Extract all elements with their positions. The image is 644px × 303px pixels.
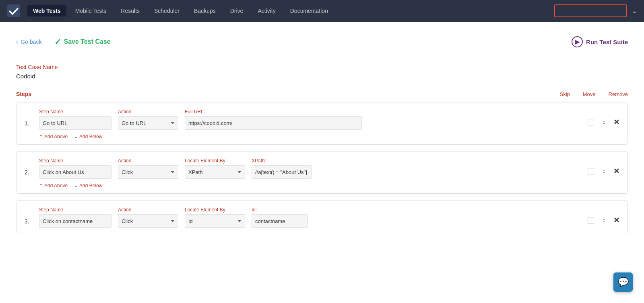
step-1-skip-checkbox[interactable] xyxy=(588,119,594,125)
step-1-action-select[interactable]: Go to URL Click Type xyxy=(118,116,178,130)
step-2-remove-icon[interactable]: ✕ xyxy=(613,167,619,176)
step-1-url-input[interactable] xyxy=(185,116,362,130)
step-2-xpath-label: XPath: xyxy=(252,158,312,164)
step-2-add-above[interactable]: ⌃ Add Above xyxy=(39,183,68,188)
step-1-url-label: Full URL: xyxy=(185,109,362,115)
step-1-fields: 1. Step Name: Action: Go to URL Click Ty… xyxy=(25,109,619,130)
step-2-action-label: Action: xyxy=(118,158,178,164)
step-2-action-select[interactable]: Click Go to URL Type xyxy=(118,165,178,179)
step-1-add-row: ⌃ Add Above ⌄ Add Below xyxy=(39,134,619,139)
step-card-1: 1. Step Name: Action: Go to URL Click Ty… xyxy=(16,102,628,145)
test-case-name-label: Test Case Name xyxy=(16,64,628,70)
test-case-name-value: Codoid xyxy=(16,73,628,80)
step-3-action-label: Action: xyxy=(118,207,178,213)
step-3-number: 3. xyxy=(25,218,33,228)
step-2-locate-select[interactable]: XPath Id CSS xyxy=(185,165,245,179)
nav-chevron-icon[interactable]: ⌄ xyxy=(632,6,638,15)
steps-label: Steps xyxy=(16,91,31,97)
step-1-name-group: Step Name: xyxy=(39,109,111,130)
chat-icon: 💬 xyxy=(618,277,629,287)
step-1-action-label: Action: xyxy=(118,109,178,115)
step-2-move-icon[interactable]: ↕ xyxy=(602,168,605,175)
step-3-controls: ↕ ✕ xyxy=(588,216,619,228)
step-1-url-group: Full URL: xyxy=(185,109,362,130)
nav-scheduler[interactable]: Scheduler xyxy=(149,5,185,16)
main-content: ‹ Go back ✓ Save Test Case ▶ Run Test Su… xyxy=(0,22,644,303)
check-icon: ✓ xyxy=(54,37,61,47)
steps-actions: Skip Move Remove xyxy=(559,91,628,97)
step-3-action-group: Action: Click Go to URL Type xyxy=(118,207,178,228)
step-3-name-label: Step Name: xyxy=(39,207,111,213)
step-1-add-below[interactable]: ⌄ Add Below xyxy=(74,134,102,139)
step-3-id-label: Id: xyxy=(252,207,308,213)
chat-button[interactable]: 💬 xyxy=(613,272,633,292)
nav-activity[interactable]: Activity xyxy=(252,5,281,16)
steps-header: Steps Skip Move Remove xyxy=(16,91,628,97)
step-1-add-above[interactable]: ⌃ Add Above xyxy=(39,134,68,139)
nav-mobile-tests[interactable]: Mobile Tests xyxy=(70,5,112,16)
test-case-section: Test Case Name Codoid xyxy=(16,64,628,80)
step-1-remove-icon[interactable]: ✕ xyxy=(613,118,619,127)
step-3-locate-label: Locate Element By: xyxy=(185,207,245,213)
chevron-left-icon: ‹ xyxy=(16,38,18,45)
step-1-name-label: Step Name: xyxy=(39,109,111,115)
step-3-id-group: Id: xyxy=(252,207,308,228)
step-2-number: 2. xyxy=(25,169,33,179)
step-3-remove-icon[interactable]: ✕ xyxy=(613,216,619,225)
step-2-skip-checkbox[interactable] xyxy=(588,168,594,174)
step-2-add-row: ⌃ Add Above ⌄ Add Below xyxy=(39,183,619,188)
chevron-up-icon: ⌃ xyxy=(39,134,43,139)
chevron-up-icon: ⌃ xyxy=(39,183,43,188)
step-2-xpath-input[interactable] xyxy=(252,165,312,179)
step-1-move-icon[interactable]: ↕ xyxy=(602,119,605,126)
run-test-label: Run Test Suite xyxy=(586,39,628,45)
step-2-locate-group: Locate Element By: XPath Id CSS xyxy=(185,158,245,179)
step-3-locate-select[interactable]: Id XPath CSS xyxy=(185,214,245,228)
step-card-3: 3. Step Name: Action: Click Go to URL Ty… xyxy=(16,200,628,233)
step-3-name-group: Step Name: xyxy=(39,207,111,228)
nav-drive[interactable]: Drive xyxy=(225,5,249,16)
nav-web-tests[interactable]: Web Tests xyxy=(27,5,66,16)
go-back-label: Go back xyxy=(21,39,41,45)
nav-results[interactable]: Results xyxy=(115,5,145,16)
nav-backups[interactable]: Backups xyxy=(188,5,221,16)
step-1-controls: ↕ ✕ xyxy=(588,118,619,130)
save-test-label: Save Test Case xyxy=(64,38,110,45)
navbar: Web Tests Mobile Tests Results Scheduler… xyxy=(0,0,644,22)
toolbar: ‹ Go back ✓ Save Test Case ▶ Run Test Su… xyxy=(16,30,628,54)
step-card-2: 2. Step Name: Action: Click Go to URL Ty… xyxy=(16,151,628,194)
skip-action[interactable]: Skip xyxy=(559,91,570,97)
step-3-locate-group: Locate Element By: Id XPath CSS xyxy=(185,207,245,228)
move-action[interactable]: Move xyxy=(583,91,596,97)
save-test-button[interactable]: ✓ Save Test Case xyxy=(54,37,110,47)
step-2-action-group: Action: Click Go to URL Type xyxy=(118,158,178,179)
step-2-controls: ↕ ✕ xyxy=(588,167,619,179)
step-2-locate-label: Locate Element By: xyxy=(185,158,245,164)
step-2-name-label: Step Name: xyxy=(39,158,111,164)
app-logo xyxy=(6,4,21,18)
step-3-name-input[interactable] xyxy=(39,214,111,228)
step-2-name-input[interactable] xyxy=(39,165,111,179)
chevron-down-icon: ⌄ xyxy=(74,183,78,188)
step-2-name-group: Step Name: xyxy=(39,158,111,179)
run-test-button[interactable]: ▶ Run Test Suite xyxy=(572,36,628,47)
step-3-fields: 3. Step Name: Action: Click Go to URL Ty… xyxy=(25,207,619,228)
step-1-number: 1. xyxy=(25,120,33,130)
step-3-move-icon[interactable]: ↕ xyxy=(602,217,605,224)
step-2-add-below[interactable]: ⌄ Add Below xyxy=(74,183,102,188)
go-back-button[interactable]: ‹ Go back xyxy=(16,38,41,45)
play-circle-icon: ▶ xyxy=(572,36,583,47)
step-3-action-select[interactable]: Click Go to URL Type xyxy=(118,214,178,228)
remove-action[interactable]: Remove xyxy=(609,91,628,97)
step-2-xpath-group: XPath: xyxy=(252,158,312,179)
nav-search-input[interactable] xyxy=(554,4,627,17)
step-1-name-input[interactable] xyxy=(39,116,111,130)
step-3-id-input[interactable] xyxy=(252,214,308,228)
step-3-skip-checkbox[interactable] xyxy=(588,217,594,223)
nav-documentation[interactable]: Documentation xyxy=(285,5,334,16)
chevron-down-icon: ⌄ xyxy=(74,134,78,139)
step-1-action-group: Action: Go to URL Click Type xyxy=(118,109,178,130)
step-2-fields: 2. Step Name: Action: Click Go to URL Ty… xyxy=(25,158,619,179)
